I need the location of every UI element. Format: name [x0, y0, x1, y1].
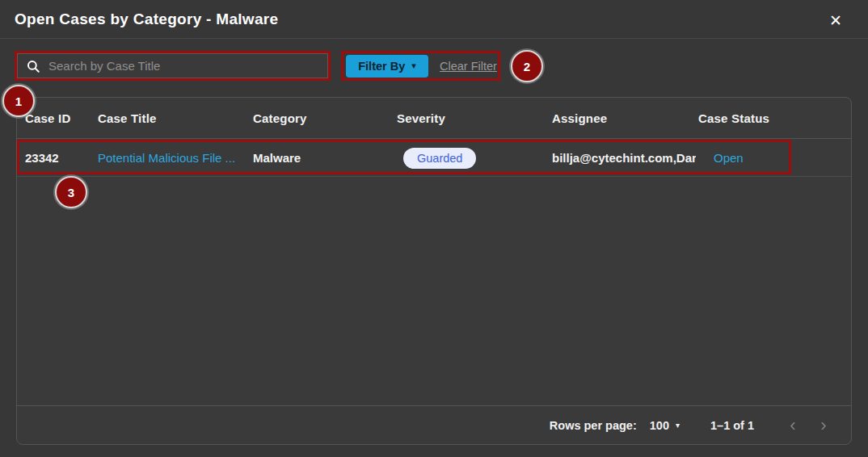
filter-by-button[interactable]: Filter By ▾	[346, 55, 428, 78]
rows-per-page-label: Rows per page:	[550, 419, 637, 432]
table-row[interactable]: 23342 Potential Malicious File ... Malwa…	[17, 139, 851, 177]
cell-severity: Guarded	[397, 139, 550, 177]
cell-category: Malware	[253, 139, 394, 177]
filter-by-label: Filter By	[358, 60, 405, 73]
column-header-assignee: Assignee	[552, 98, 696, 139]
cell-case-title: Potential Malicious File ...	[98, 139, 251, 177]
chevron-down-icon: ▾	[676, 421, 680, 430]
filter-annotation-box: Filter By ▾ Clear Filter	[341, 51, 500, 81]
modal-title: Open Cases by Category - Malware	[15, 10, 278, 28]
search-input[interactable]	[48, 59, 319, 73]
cell-case-status: Open	[698, 139, 820, 177]
column-header-category: Category	[253, 98, 394, 139]
close-icon[interactable]: ✕	[826, 11, 845, 31]
open-cases-modal: Open Cases by Category - Malware ✕ Filte…	[0, 0, 868, 457]
chevron-down-icon: ▾	[411, 61, 416, 71]
annotation-circle-2: 2	[511, 50, 543, 82]
cell-assignee: billja@cytechint.com,Dar...	[552, 139, 696, 177]
column-header-case-id: Case ID	[25, 98, 96, 139]
case-status-link[interactable]: Open	[714, 151, 744, 165]
clear-filter-link[interactable]: Clear Filter	[440, 60, 497, 73]
page-range-label: 1–1 of 1	[710, 419, 754, 432]
column-header-severity: Severity	[397, 98, 550, 139]
cases-table: Case ID Case Title Category Severity Ass…	[16, 97, 852, 445]
modal-header: Open Cases by Category - Malware	[0, 0, 868, 39]
annotation-circle-3: 3	[55, 176, 87, 208]
cell-case-id: 23342	[25, 139, 96, 177]
next-page-icon[interactable]: ›	[814, 416, 833, 435]
search-annotation-box	[15, 51, 331, 81]
pagination-bar: Rows per page: 100 ▾ 1–1 of 1 ‹ ›	[17, 405, 851, 444]
previous-page-icon[interactable]: ‹	[783, 416, 803, 435]
search-box[interactable]	[17, 53, 328, 78]
search-icon	[26, 59, 40, 73]
rows-per-page-value: 100	[650, 419, 669, 432]
case-title-link[interactable]: Potential Malicious File ...	[98, 151, 235, 165]
severity-badge: Guarded	[403, 148, 476, 169]
column-header-case-title: Case Title	[98, 98, 251, 139]
column-header-case-status: Case Status	[698, 98, 820, 139]
table-header-row: Case ID Case Title Category Severity Ass…	[17, 98, 851, 139]
annotation-circle-1: 1	[2, 85, 35, 117]
rows-per-page-select[interactable]: 100 ▾	[650, 419, 680, 432]
